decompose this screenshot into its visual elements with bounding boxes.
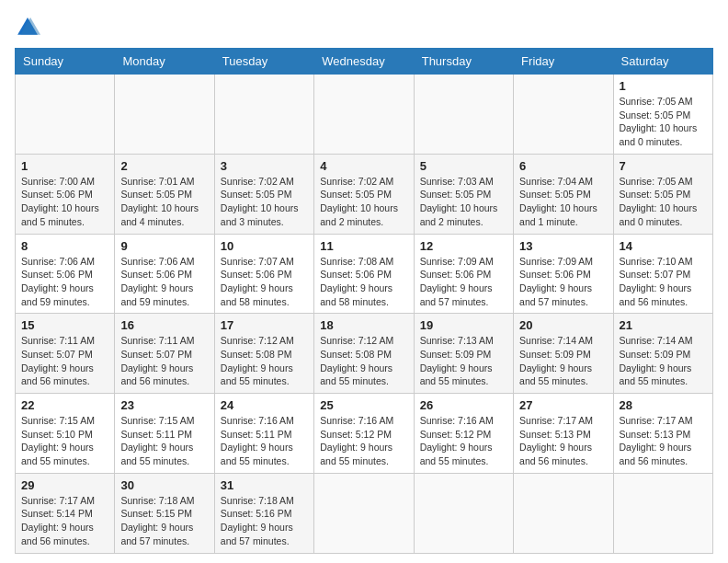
page-header (15, 15, 713, 40)
day-info: Sunrise: 7:05 AMSunset: 5:05 PMDaylight:… (620, 175, 707, 229)
day-number: 25 (320, 398, 407, 412)
calendar-cell: 10Sunrise: 7:07 AMSunset: 5:06 PMDayligh… (214, 234, 313, 314)
calendar-cell: 4Sunrise: 7:02 AMSunset: 5:05 PMDaylight… (314, 154, 414, 234)
day-number: 9 (120, 239, 208, 253)
calendar-cell: 21Sunrise: 7:14 AMSunset: 5:09 PMDayligh… (613, 314, 712, 394)
calendar-cell: 1Sunrise: 7:00 AMSunset: 5:06 PMDaylight… (16, 154, 115, 234)
day-info: Sunrise: 7:14 AMSunset: 5:09 PMDaylight:… (519, 334, 607, 388)
day-info: Sunrise: 7:10 AMSunset: 5:07 PMDaylight:… (620, 255, 707, 309)
calendar-cell (613, 473, 712, 553)
day-of-week-header: Tuesday (214, 49, 313, 75)
calendar-cell: 31Sunrise: 7:18 AMSunset: 5:16 PMDayligh… (214, 473, 313, 553)
day-info: Sunrise: 7:18 AMSunset: 5:15 PMDaylight:… (120, 494, 208, 548)
calendar-header-row: SundayMondayTuesdayWednesdayThursdayFrid… (16, 49, 713, 75)
calendar-cell: 25Sunrise: 7:16 AMSunset: 5:12 PMDayligh… (314, 394, 414, 474)
calendar-cell (214, 75, 313, 155)
calendar-week-row: 8Sunrise: 7:06 AMSunset: 5:06 PMDaylight… (16, 234, 713, 314)
day-info: Sunrise: 7:02 AMSunset: 5:05 PMDaylight:… (221, 175, 308, 229)
calendar-week-row: 29Sunrise: 7:17 AMSunset: 5:14 PMDayligh… (16, 473, 713, 553)
day-info: Sunrise: 7:12 AMSunset: 5:08 PMDaylight:… (320, 334, 407, 388)
calendar-cell: 11Sunrise: 7:08 AMSunset: 5:06 PMDayligh… (314, 234, 414, 314)
calendar-cell: 28Sunrise: 7:17 AMSunset: 5:13 PMDayligh… (613, 394, 712, 474)
day-info: Sunrise: 7:01 AMSunset: 5:05 PMDaylight:… (120, 175, 208, 229)
calendar-cell: 18Sunrise: 7:12 AMSunset: 5:08 PMDayligh… (314, 314, 414, 394)
day-info: Sunrise: 7:04 AMSunset: 5:05 PMDaylight:… (519, 175, 607, 229)
day-number: 10 (221, 239, 308, 253)
calendar-cell: 5Sunrise: 7:03 AMSunset: 5:05 PMDaylight… (414, 154, 513, 234)
day-number: 7 (620, 159, 707, 173)
calendar-cell: 26Sunrise: 7:16 AMSunset: 5:12 PMDayligh… (414, 394, 513, 474)
calendar-cell: 15Sunrise: 7:11 AMSunset: 5:07 PMDayligh… (16, 314, 115, 394)
calendar-cell: 30Sunrise: 7:18 AMSunset: 5:15 PMDayligh… (115, 473, 214, 553)
calendar-cell: 3Sunrise: 7:02 AMSunset: 5:05 PMDaylight… (214, 154, 313, 234)
day-info: Sunrise: 7:11 AMSunset: 5:07 PMDaylight:… (21, 334, 108, 388)
calendar-cell (414, 75, 513, 155)
day-number: 3 (221, 159, 308, 173)
calendar-cell: 20Sunrise: 7:14 AMSunset: 5:09 PMDayligh… (514, 314, 613, 394)
day-info: Sunrise: 7:16 AMSunset: 5:11 PMDaylight:… (221, 414, 308, 468)
day-info: Sunrise: 7:07 AMSunset: 5:06 PMDaylight:… (221, 255, 308, 309)
day-number: 19 (420, 318, 507, 332)
calendar-week-row: 1Sunrise: 7:00 AMSunset: 5:06 PMDaylight… (16, 154, 713, 234)
calendar-cell: 17Sunrise: 7:12 AMSunset: 5:08 PMDayligh… (214, 314, 313, 394)
day-of-week-header: Thursday (414, 49, 513, 75)
calendar-cell: 24Sunrise: 7:16 AMSunset: 5:11 PMDayligh… (214, 394, 313, 474)
day-info: Sunrise: 7:03 AMSunset: 5:05 PMDaylight:… (420, 175, 507, 229)
calendar-cell (514, 473, 613, 553)
calendar-cell: 14Sunrise: 7:10 AMSunset: 5:07 PMDayligh… (613, 234, 712, 314)
day-info: Sunrise: 7:12 AMSunset: 5:08 PMDaylight:… (221, 334, 308, 388)
day-of-week-header: Wednesday (314, 49, 414, 75)
day-info: Sunrise: 7:17 AMSunset: 5:13 PMDaylight:… (519, 414, 607, 468)
day-info: Sunrise: 7:06 AMSunset: 5:06 PMDaylight:… (120, 255, 208, 309)
day-info: Sunrise: 7:15 AMSunset: 5:11 PMDaylight:… (120, 414, 208, 468)
day-info: Sunrise: 7:17 AMSunset: 5:13 PMDaylight:… (620, 414, 707, 468)
calendar-cell: 8Sunrise: 7:06 AMSunset: 5:06 PMDaylight… (16, 234, 115, 314)
day-number: 16 (120, 318, 208, 332)
calendar-cell: 22Sunrise: 7:15 AMSunset: 5:10 PMDayligh… (16, 394, 115, 474)
logo (15, 15, 44, 40)
day-info: Sunrise: 7:06 AMSunset: 5:06 PMDaylight:… (21, 255, 108, 309)
calendar-cell: 9Sunrise: 7:06 AMSunset: 5:06 PMDaylight… (115, 234, 214, 314)
day-info: Sunrise: 7:18 AMSunset: 5:16 PMDaylight:… (221, 494, 308, 548)
day-info: Sunrise: 7:16 AMSunset: 5:12 PMDaylight:… (420, 414, 507, 468)
day-info: Sunrise: 7:17 AMSunset: 5:14 PMDaylight:… (21, 494, 108, 548)
day-number: 11 (320, 239, 407, 253)
day-info: Sunrise: 7:08 AMSunset: 5:06 PMDaylight:… (320, 255, 407, 309)
day-number: 15 (21, 318, 108, 332)
day-number: 13 (519, 239, 607, 253)
calendar-cell (314, 75, 414, 155)
day-number: 8 (21, 239, 108, 253)
calendar-cell (115, 75, 214, 155)
day-number: 5 (420, 159, 507, 173)
calendar-cell: 1Sunrise: 7:05 AMSunset: 5:05 PMDaylight… (613, 75, 712, 155)
day-number: 2 (120, 159, 208, 173)
day-number: 22 (21, 398, 108, 412)
calendar-cell: 29Sunrise: 7:17 AMSunset: 5:14 PMDayligh… (16, 473, 115, 553)
day-number: 27 (519, 398, 607, 412)
day-of-week-header: Sunday (16, 49, 115, 75)
day-info: Sunrise: 7:16 AMSunset: 5:12 PMDaylight:… (320, 414, 407, 468)
day-number: 20 (519, 318, 607, 332)
day-number: 1 (620, 79, 707, 93)
day-number: 24 (221, 398, 308, 412)
day-of-week-header: Saturday (613, 49, 712, 75)
day-number: 30 (120, 478, 208, 492)
calendar-table: SundayMondayTuesdayWednesdayThursdayFrid… (15, 48, 713, 554)
calendar-cell: 13Sunrise: 7:09 AMSunset: 5:06 PMDayligh… (514, 234, 613, 314)
calendar-cell: 23Sunrise: 7:15 AMSunset: 5:11 PMDayligh… (115, 394, 214, 474)
day-number: 29 (21, 478, 108, 492)
day-info: Sunrise: 7:11 AMSunset: 5:07 PMDaylight:… (120, 334, 208, 388)
calendar-cell: 6Sunrise: 7:04 AMSunset: 5:05 PMDaylight… (514, 154, 613, 234)
calendar-cell: 19Sunrise: 7:13 AMSunset: 5:09 PMDayligh… (414, 314, 513, 394)
day-number: 6 (519, 159, 607, 173)
day-number: 23 (120, 398, 208, 412)
calendar-cell: 12Sunrise: 7:09 AMSunset: 5:06 PMDayligh… (414, 234, 513, 314)
day-number: 1 (21, 159, 108, 173)
day-info: Sunrise: 7:13 AMSunset: 5:09 PMDaylight:… (420, 334, 507, 388)
calendar-cell (514, 75, 613, 155)
day-info: Sunrise: 7:05 AMSunset: 5:05 PMDaylight:… (620, 95, 707, 149)
calendar-cell: 27Sunrise: 7:17 AMSunset: 5:13 PMDayligh… (514, 394, 613, 474)
day-number: 4 (320, 159, 407, 173)
calendar-week-row: 22Sunrise: 7:15 AMSunset: 5:10 PMDayligh… (16, 394, 713, 474)
day-info: Sunrise: 7:00 AMSunset: 5:06 PMDaylight:… (21, 175, 108, 229)
